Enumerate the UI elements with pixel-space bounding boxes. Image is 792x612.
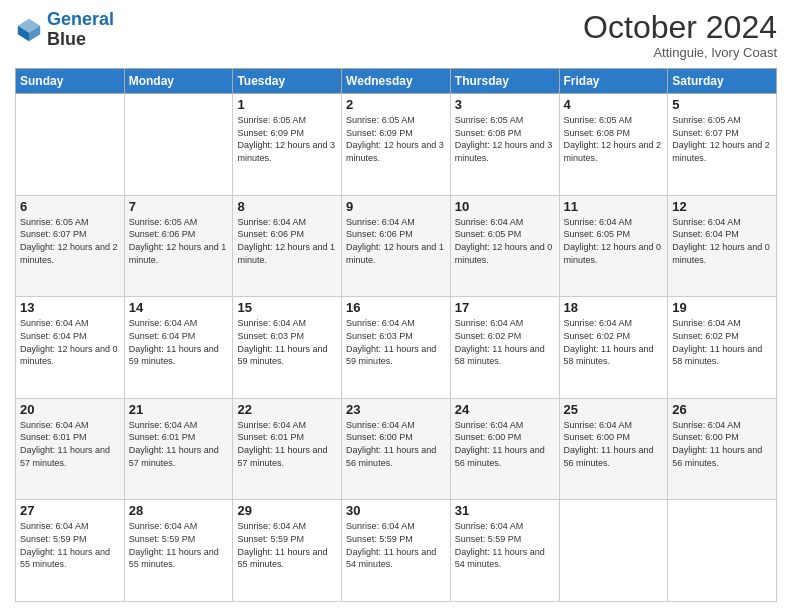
day-info: Sunrise: 6:04 AM Sunset: 6:02 PM Dayligh… [455, 317, 555, 367]
day-info: Sunrise: 6:05 AM Sunset: 6:07 PM Dayligh… [20, 216, 120, 266]
calendar-cell-w5-d2: 28Sunrise: 6:04 AM Sunset: 5:59 PM Dayli… [124, 500, 233, 602]
week-row-2: 6Sunrise: 6:05 AM Sunset: 6:07 PM Daylig… [16, 195, 777, 297]
day-number: 26 [672, 402, 772, 417]
day-info: Sunrise: 6:04 AM Sunset: 6:04 PM Dayligh… [129, 317, 229, 367]
day-number: 10 [455, 199, 555, 214]
day-number: 21 [129, 402, 229, 417]
th-thursday: Thursday [450, 69, 559, 94]
calendar-cell-w3-d2: 14Sunrise: 6:04 AM Sunset: 6:04 PM Dayli… [124, 297, 233, 399]
th-tuesday: Tuesday [233, 69, 342, 94]
day-number: 5 [672, 97, 772, 112]
day-info: Sunrise: 6:04 AM Sunset: 5:59 PM Dayligh… [129, 520, 229, 570]
day-info: Sunrise: 6:04 AM Sunset: 5:59 PM Dayligh… [346, 520, 446, 570]
calendar-cell-w4-d3: 22Sunrise: 6:04 AM Sunset: 6:01 PM Dayli… [233, 398, 342, 500]
logo-icon [15, 16, 43, 44]
day-info: Sunrise: 6:04 AM Sunset: 6:02 PM Dayligh… [564, 317, 664, 367]
location-subtitle: Attinguie, Ivory Coast [583, 45, 777, 60]
calendar-cell-w5-d3: 29Sunrise: 6:04 AM Sunset: 5:59 PM Dayli… [233, 500, 342, 602]
th-sunday: Sunday [16, 69, 125, 94]
day-info: Sunrise: 6:04 AM Sunset: 6:01 PM Dayligh… [237, 419, 337, 469]
day-info: Sunrise: 6:04 AM Sunset: 5:59 PM Dayligh… [237, 520, 337, 570]
calendar-cell-w3-d3: 15Sunrise: 6:04 AM Sunset: 6:03 PM Dayli… [233, 297, 342, 399]
calendar-cell-w3-d7: 19Sunrise: 6:04 AM Sunset: 6:02 PM Dayli… [668, 297, 777, 399]
day-info: Sunrise: 6:04 AM Sunset: 5:59 PM Dayligh… [455, 520, 555, 570]
day-info: Sunrise: 6:05 AM Sunset: 6:09 PM Dayligh… [237, 114, 337, 164]
day-info: Sunrise: 6:05 AM Sunset: 6:06 PM Dayligh… [129, 216, 229, 266]
day-number: 14 [129, 300, 229, 315]
th-friday: Friday [559, 69, 668, 94]
calendar-cell-w3-d1: 13Sunrise: 6:04 AM Sunset: 6:04 PM Dayli… [16, 297, 125, 399]
day-number: 28 [129, 503, 229, 518]
day-info: Sunrise: 6:04 AM Sunset: 6:01 PM Dayligh… [129, 419, 229, 469]
calendar-cell-w3-d6: 18Sunrise: 6:04 AM Sunset: 6:02 PM Dayli… [559, 297, 668, 399]
day-number: 16 [346, 300, 446, 315]
day-number: 17 [455, 300, 555, 315]
week-row-1: 1Sunrise: 6:05 AM Sunset: 6:09 PM Daylig… [16, 94, 777, 196]
month-title: October 2024 [583, 10, 777, 45]
day-number: 11 [564, 199, 664, 214]
logo-text: General Blue [47, 10, 114, 50]
logo-line2: Blue [47, 30, 114, 50]
logo: General Blue [15, 10, 114, 50]
calendar-cell-w3-d5: 17Sunrise: 6:04 AM Sunset: 6:02 PM Dayli… [450, 297, 559, 399]
day-number: 19 [672, 300, 772, 315]
day-number: 6 [20, 199, 120, 214]
th-monday: Monday [124, 69, 233, 94]
calendar-cell-w4-d2: 21Sunrise: 6:04 AM Sunset: 6:01 PM Dayli… [124, 398, 233, 500]
day-info: Sunrise: 6:04 AM Sunset: 6:04 PM Dayligh… [20, 317, 120, 367]
day-number: 3 [455, 97, 555, 112]
day-number: 18 [564, 300, 664, 315]
day-number: 24 [455, 402, 555, 417]
calendar-cell-w2-d5: 10Sunrise: 6:04 AM Sunset: 6:05 PM Dayli… [450, 195, 559, 297]
day-info: Sunrise: 6:04 AM Sunset: 6:00 PM Dayligh… [564, 419, 664, 469]
week-row-4: 20Sunrise: 6:04 AM Sunset: 6:01 PM Dayli… [16, 398, 777, 500]
weekday-header-row: Sunday Monday Tuesday Wednesday Thursday… [16, 69, 777, 94]
calendar-cell-w4-d7: 26Sunrise: 6:04 AM Sunset: 6:00 PM Dayli… [668, 398, 777, 500]
day-number: 29 [237, 503, 337, 518]
calendar-cell-w1-d5: 3Sunrise: 6:05 AM Sunset: 6:08 PM Daylig… [450, 94, 559, 196]
day-number: 2 [346, 97, 446, 112]
day-number: 30 [346, 503, 446, 518]
calendar-cell-w2-d3: 8Sunrise: 6:04 AM Sunset: 6:06 PM Daylig… [233, 195, 342, 297]
day-info: Sunrise: 6:04 AM Sunset: 6:00 PM Dayligh… [346, 419, 446, 469]
calendar-cell-w5-d7 [668, 500, 777, 602]
day-info: Sunrise: 6:04 AM Sunset: 6:00 PM Dayligh… [455, 419, 555, 469]
day-info: Sunrise: 6:05 AM Sunset: 6:08 PM Dayligh… [455, 114, 555, 164]
calendar-cell-w4-d4: 23Sunrise: 6:04 AM Sunset: 6:00 PM Dayli… [342, 398, 451, 500]
calendar-cell-w1-d2 [124, 94, 233, 196]
day-number: 27 [20, 503, 120, 518]
calendar-cell-w5-d1: 27Sunrise: 6:04 AM Sunset: 5:59 PM Dayli… [16, 500, 125, 602]
day-info: Sunrise: 6:05 AM Sunset: 6:09 PM Dayligh… [346, 114, 446, 164]
day-info: Sunrise: 6:04 AM Sunset: 6:00 PM Dayligh… [672, 419, 772, 469]
day-number: 9 [346, 199, 446, 214]
day-info: Sunrise: 6:04 AM Sunset: 6:04 PM Dayligh… [672, 216, 772, 266]
day-info: Sunrise: 6:04 AM Sunset: 6:03 PM Dayligh… [237, 317, 337, 367]
title-block: October 2024 Attinguie, Ivory Coast [583, 10, 777, 60]
day-number: 22 [237, 402, 337, 417]
calendar-cell-w3-d4: 16Sunrise: 6:04 AM Sunset: 6:03 PM Dayli… [342, 297, 451, 399]
day-info: Sunrise: 6:04 AM Sunset: 6:05 PM Dayligh… [564, 216, 664, 266]
week-row-5: 27Sunrise: 6:04 AM Sunset: 5:59 PM Dayli… [16, 500, 777, 602]
day-info: Sunrise: 6:04 AM Sunset: 6:03 PM Dayligh… [346, 317, 446, 367]
day-info: Sunrise: 6:05 AM Sunset: 6:08 PM Dayligh… [564, 114, 664, 164]
calendar-cell-w2-d1: 6Sunrise: 6:05 AM Sunset: 6:07 PM Daylig… [16, 195, 125, 297]
calendar-cell-w2-d4: 9Sunrise: 6:04 AM Sunset: 6:06 PM Daylig… [342, 195, 451, 297]
day-info: Sunrise: 6:04 AM Sunset: 6:05 PM Dayligh… [455, 216, 555, 266]
day-number: 25 [564, 402, 664, 417]
day-info: Sunrise: 6:05 AM Sunset: 6:07 PM Dayligh… [672, 114, 772, 164]
day-info: Sunrise: 6:04 AM Sunset: 6:02 PM Dayligh… [672, 317, 772, 367]
calendar-cell-w1-d7: 5Sunrise: 6:05 AM Sunset: 6:07 PM Daylig… [668, 94, 777, 196]
day-number: 1 [237, 97, 337, 112]
day-number: 13 [20, 300, 120, 315]
day-number: 12 [672, 199, 772, 214]
logo-line1: General [47, 9, 114, 29]
th-wednesday: Wednesday [342, 69, 451, 94]
day-number: 8 [237, 199, 337, 214]
day-info: Sunrise: 6:04 AM Sunset: 5:59 PM Dayligh… [20, 520, 120, 570]
day-number: 20 [20, 402, 120, 417]
page: General Blue October 2024 Attinguie, Ivo… [0, 0, 792, 612]
calendar-table: Sunday Monday Tuesday Wednesday Thursday… [15, 68, 777, 602]
header: General Blue October 2024 Attinguie, Ivo… [15, 10, 777, 60]
calendar-cell-w1-d1 [16, 94, 125, 196]
day-number: 7 [129, 199, 229, 214]
